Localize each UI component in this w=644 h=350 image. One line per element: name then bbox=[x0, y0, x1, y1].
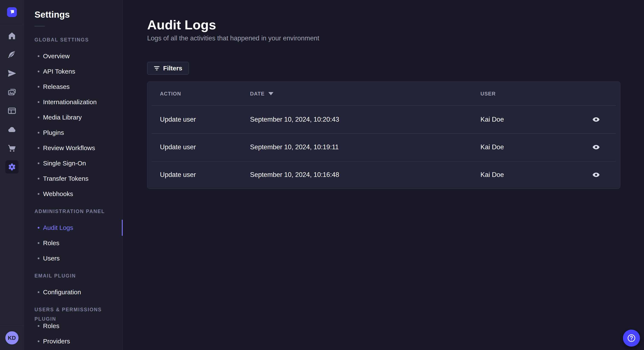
rail-feather-icon[interactable] bbox=[5, 48, 18, 61]
sidebar-item-label: Audit Logs bbox=[43, 224, 73, 231]
bullet-icon bbox=[38, 341, 40, 342]
cell-action: Update user bbox=[147, 171, 250, 178]
bullet-icon bbox=[38, 71, 40, 72]
sidebar-item-label: Providers bbox=[43, 338, 70, 345]
sidebar-item-label: Roles bbox=[43, 239, 60, 247]
cell-view bbox=[584, 171, 620, 178]
rail-paper-plane-icon[interactable] bbox=[5, 67, 18, 80]
sidebar-item-label: Media Library bbox=[43, 114, 82, 121]
rail-home-icon[interactable] bbox=[5, 29, 18, 42]
bullet-icon bbox=[38, 132, 40, 134]
bullet-icon bbox=[38, 257, 40, 259]
column-header-date[interactable]: DATE bbox=[250, 91, 480, 97]
rail-gear-icon[interactable] bbox=[5, 160, 18, 174]
table-row[interactable]: Update userSeptember 10, 2024, 10:20:43K… bbox=[147, 106, 620, 133]
view-log-button[interactable] bbox=[592, 171, 600, 178]
table-body: Update userSeptember 10, 2024, 10:20:43K… bbox=[147, 106, 620, 189]
sidebar-item-label: Transfer Tokens bbox=[43, 175, 88, 182]
cell-view bbox=[584, 144, 620, 151]
sidebar-item-label: Single Sign-On bbox=[43, 160, 86, 167]
rail-layout-icon[interactable] bbox=[5, 104, 18, 117]
bullet-icon bbox=[38, 227, 40, 229]
sidebar-item-configuration[interactable]: Configuration bbox=[34, 285, 123, 300]
sidebar-item-roles[interactable]: Roles bbox=[34, 318, 123, 334]
section-label: ADMINISTRATION PANEL bbox=[34, 207, 123, 216]
bullet-icon bbox=[38, 86, 40, 88]
rail-images-icon[interactable] bbox=[5, 85, 18, 99]
sidebar-item-releases[interactable]: Releases bbox=[34, 79, 123, 94]
eye-icon bbox=[592, 144, 600, 151]
table-row[interactable]: Update userSeptember 10, 2024, 10:19:11K… bbox=[147, 133, 620, 161]
main-nav-rail: KD bbox=[0, 0, 24, 350]
cell-user: Kai Doe bbox=[480, 143, 584, 151]
column-header-label: USER bbox=[480, 91, 496, 97]
sidebar-section-administration-panel: ADMINISTRATION PANELAudit LogsRolesUsers bbox=[34, 207, 123, 266]
caret-down-icon bbox=[268, 92, 274, 95]
sidebar-item-users[interactable]: Users bbox=[34, 251, 123, 266]
sidebar-item-label: Releases bbox=[43, 83, 70, 90]
sidebar-item-providers[interactable]: Providers bbox=[34, 334, 123, 349]
sidebar-item-label: Overview bbox=[43, 52, 70, 60]
column-header-label: DATE bbox=[250, 91, 264, 97]
app-root: KD Settings GLOBAL SETTINGSOverviewAPI T… bbox=[0, 0, 644, 350]
view-log-button[interactable] bbox=[592, 116, 600, 123]
user-avatar[interactable]: KD bbox=[5, 331, 18, 345]
sidebar-item-label: Plugins bbox=[43, 129, 64, 136]
rail-icon-nav bbox=[5, 25, 18, 179]
sidebar-item-label: Users bbox=[43, 255, 60, 262]
sidebar-item-internationalization[interactable]: Internationalization bbox=[34, 94, 123, 110]
cell-date: September 10, 2024, 10:16:48 bbox=[250, 171, 480, 178]
bullet-icon bbox=[38, 325, 40, 327]
rail-cloud-icon[interactable] bbox=[5, 123, 18, 136]
audit-logs-table: ACTION DATE USER Update userSeptember 10… bbox=[147, 81, 620, 189]
page-subtitle: Logs of all the activities that happened… bbox=[147, 34, 644, 42]
cell-date: September 10, 2024, 10:20:43 bbox=[250, 116, 480, 123]
sidebar-item-label: Review Workflows bbox=[43, 144, 95, 152]
sidebar-item-label: Configuration bbox=[43, 289, 81, 296]
cell-user: Kai Doe bbox=[480, 171, 584, 178]
bullet-icon bbox=[38, 178, 40, 179]
sidebar-item-review-workflows[interactable]: Review Workflows bbox=[34, 140, 123, 156]
settings-subnav: Settings GLOBAL SETTINGSOverviewAPI Toke… bbox=[24, 0, 123, 350]
sidebar-item-roles[interactable]: Roles bbox=[34, 235, 123, 251]
bullet-icon bbox=[38, 163, 40, 164]
column-header-action: ACTION bbox=[147, 91, 250, 97]
strapi-logo-icon[interactable] bbox=[7, 7, 17, 17]
sidebar-item-audit-logs[interactable]: Audit Logs bbox=[34, 220, 123, 235]
sidebar-item-plugins[interactable]: Plugins bbox=[34, 125, 123, 140]
column-header-label: ACTION bbox=[160, 91, 181, 97]
rail-divider bbox=[0, 326, 24, 326]
sidebar-item-overview[interactable]: Overview bbox=[34, 48, 123, 64]
sidebar-item-label: Internationalization bbox=[43, 98, 97, 106]
filter-icon bbox=[154, 66, 160, 71]
section-label: GLOBAL SETTINGS bbox=[34, 35, 123, 44]
cell-user: Kai Doe bbox=[480, 116, 584, 123]
view-log-button[interactable] bbox=[592, 144, 600, 151]
help-button[interactable] bbox=[623, 330, 640, 347]
main-content: Audit Logs Logs of all the activities th… bbox=[123, 0, 644, 350]
sidebar-section-global-settings: GLOBAL SETTINGSOverviewAPI TokensRelease… bbox=[34, 35, 123, 201]
subnav-sections: GLOBAL SETTINGSOverviewAPI TokensRelease… bbox=[34, 35, 123, 349]
rail-cart-icon[interactable] bbox=[5, 142, 18, 155]
sidebar-item-media-library[interactable]: Media Library bbox=[34, 110, 123, 125]
sidebar-section-email-plugin: EMAIL PLUGINConfiguration bbox=[34, 271, 123, 300]
sidebar-item-webhooks[interactable]: Webhooks bbox=[34, 186, 123, 201]
sidebar-item-label: Roles bbox=[43, 322, 60, 330]
column-header-user: USER bbox=[480, 91, 584, 97]
eye-icon bbox=[592, 171, 600, 178]
section-label: EMAIL PLUGIN bbox=[34, 271, 123, 280]
cell-action: Update user bbox=[147, 143, 250, 151]
section-label: USERS & PERMISSIONS PLUGIN bbox=[34, 305, 123, 314]
cell-view bbox=[584, 116, 620, 123]
sidebar-item-transfer-tokens[interactable]: Transfer Tokens bbox=[34, 171, 123, 186]
table-row[interactable]: Update userSeptember 10, 2024, 10:16:48K… bbox=[147, 161, 620, 189]
sidebar-item-single-sign-on[interactable]: Single Sign-On bbox=[34, 156, 123, 171]
bullet-icon bbox=[38, 291, 40, 293]
sidebar-item-api-tokens[interactable]: API Tokens bbox=[34, 64, 123, 79]
sidebar-item-label: API Tokens bbox=[43, 68, 75, 75]
bullet-icon bbox=[38, 117, 40, 118]
bullet-icon bbox=[38, 193, 40, 195]
filters-button[interactable]: Filters bbox=[147, 62, 189, 75]
question-mark-icon bbox=[626, 333, 636, 343]
cell-date: September 10, 2024, 10:19:11 bbox=[250, 143, 480, 151]
